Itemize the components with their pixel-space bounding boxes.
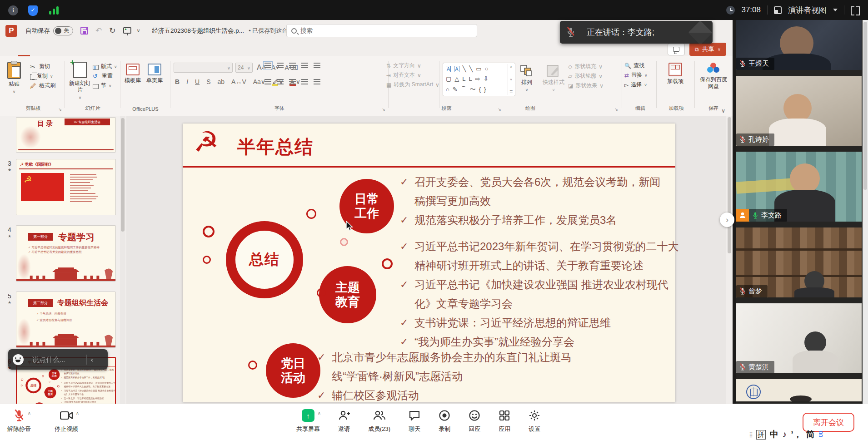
undo-icon[interactable]: ↶ [95,26,102,35]
section-button[interactable]: 节 ∨ [93,82,117,89]
ribbon-tab[interactable] [101,50,113,56]
autosave-toggle[interactable]: 自动保存 关 [25,26,73,35]
participant-video[interactable]: 王煜天 [736,20,862,70]
align-text-button[interactable]: ⇥ 对齐文本 ∨ [386,71,439,79]
dialog-launcher-icon[interactable]: ↘ [58,107,62,112]
thumbnail-slide-5[interactable]: 第二部分 专题组织生活会 ✓ 半年总结、问题查摆 ✓ 党员对照检查与自我评价 [16,292,116,348]
ribbon-tab[interactable] [77,50,89,56]
text-direction-button[interactable]: ⇅ 文字方向 ∨ [386,62,439,69]
share-options-chevron-icon[interactable]: ∧ [318,410,321,415]
comments-button[interactable] [668,43,685,55]
align-left-icon[interactable] [264,79,271,84]
thumbnail-slide-4[interactable]: 第一部分 专题学习 ✓ 习近平总书记对党的建设和组织工作的重要指示精神 ✓ 习近… [16,225,116,282]
toolbar-button[interactable]: 回应 [469,409,480,433]
ime-drag-handle[interactable]: ⣿ [749,431,752,438]
ime-tray[interactable]: ⣿ 拼 中 ♪ ’， 简 [749,429,823,440]
font-size-select[interactable]: 24∨ [235,63,253,73]
arrange-button[interactable]: 排列∨ [520,64,534,93]
network-signal-icon[interactable] [49,6,59,15]
line-spacing-icon[interactable] [314,63,320,68]
mic-options-chevron-icon[interactable]: ∧ [28,410,31,415]
addins-button[interactable]: 加载项 [667,63,683,85]
participant-video[interactable]: 孔诗婷 [736,76,862,146]
meeting-info-icon[interactable]: i [8,5,18,15]
participant-video[interactable]: 李文路 [736,152,862,222]
char-spacing-button[interactable]: A↔V [230,78,248,85]
emoji-icon[interactable] [13,354,24,365]
chat-input[interactable] [32,356,82,363]
ime-toolbox-icon[interactable] [819,431,823,438]
slideshow-icon[interactable] [123,27,131,34]
numbered-list-icon[interactable] [277,63,284,68]
format-painter-button[interactable]: 格式刷 [30,82,55,89]
template-library-button[interactable]: 模板库 [125,64,141,84]
bold-button[interactable]: B [174,78,181,85]
replace-button[interactable]: ⇄替换 ∨ [624,71,656,79]
fullscreen-icon[interactable] [851,5,860,15]
chat-quick-input[interactable]: ‹ [8,349,108,370]
collapse-ribbon-icon[interactable]: ∨ [721,108,725,114]
security-shield-icon[interactable]: ✓ [28,5,38,16]
cut-button[interactable]: 剪切 [30,63,55,70]
ribbon-tab[interactable] [65,50,77,56]
search-box[interactable] [286,24,477,37]
justify-icon[interactable] [301,79,308,84]
new-slide-button[interactable]: 新建幻灯片∨ [68,62,92,100]
select-button[interactable]: ▻ 选择 ∨ [624,81,656,89]
align-center-icon[interactable] [277,79,284,84]
toolbar-button[interactable]: 应用 [499,409,510,433]
ribbon-tab[interactable] [136,50,148,56]
ribbon-tab[interactable] [18,50,30,56]
unmute-button[interactable]: ∧ 解除静音 [7,409,31,433]
slide-scrollbar[interactable] [726,116,733,407]
save-to-baidu-button[interactable]: 保存到百度网盘 [699,63,728,90]
ribbon-tab[interactable] [54,50,65,56]
underline-button[interactable]: U [194,78,201,85]
increase-indent-icon[interactable] [301,63,308,68]
ribbon-tab[interactable] [113,50,125,56]
sidebar-expand-handle[interactable]: › [720,213,734,227]
qat-customize-chevron-icon[interactable]: ∨ [137,28,140,34]
ribbon-tab[interactable] [125,50,136,56]
dialog-launcher-icon[interactable]: ↘ [382,107,385,112]
search-input[interactable] [300,27,437,34]
powerpoint-logo-icon[interactable]: P [5,25,17,37]
smartart-button[interactable]: ▦ 转换为 SmartArt ∨ [386,81,439,89]
ime-simplified-icon[interactable]: 简 [806,429,815,440]
ime-punct-icon[interactable]: ’， [791,429,802,440]
italic-button[interactable]: I [185,78,190,85]
align-right-icon[interactable] [289,79,296,84]
redo-icon[interactable]: ↻ [109,26,115,35]
text-shadow-button[interactable]: ab [216,78,226,85]
toolbar-button[interactable]: 录制 [439,409,450,433]
page-library-button[interactable]: 单页库 [146,64,163,84]
copy-button[interactable]: 复制 ∨ [30,72,55,80]
toolbar-button[interactable]: 邀请 [338,409,350,433]
toolbar-button[interactable]: 聊天 [409,409,420,433]
share-button[interactable]: ⧉ 共享 ∨ [689,43,726,56]
participant-video[interactable]: 黄楚淇 [736,303,862,373]
thumbnail-slide-2[interactable]: 目录 02 专题组织生活会 [16,117,116,153]
ribbon-tab[interactable] [160,50,172,56]
stop-video-button[interactable]: ∧ 停止视频 [55,409,78,433]
ime-chinese-icon[interactable]: 中 [770,429,778,440]
participant-video[interactable] [736,379,862,401]
sidebar-scrollbar[interactable] [863,20,868,404]
find-button[interactable]: 🔍查找 [624,62,656,69]
toolbar-button[interactable]: 成员(23) [368,409,390,433]
participant-video[interactable]: 曾梦 [736,227,862,297]
shape-gallery[interactable]: AA╲╲▭○ ▢△LL⇨⇩ ⌂✎⌒〜{} ˄˅☰ [443,63,515,96]
video-options-chevron-icon[interactable]: ∧ [76,410,79,415]
view-mode-label[interactable]: 演讲者视图 [788,5,827,15]
strikethrough-button[interactable]: S [205,78,212,85]
font-name-select[interactable]: ∨ [174,63,233,73]
paste-button[interactable]: 粘贴∨ [7,62,21,94]
reset-button[interactable]: 重置 [93,72,117,80]
ribbon-tab[interactable] [30,50,42,56]
ime-pinyin-icon[interactable]: 拼 [756,430,766,440]
thumbnail-scrollbar[interactable] [120,116,125,424]
gallery-scroll[interactable]: ˄˅☰ [508,64,514,95]
ribbon-tab[interactable] [42,50,54,56]
decrease-indent-icon[interactable] [289,63,296,68]
ribbon-tab[interactable] [6,50,18,56]
